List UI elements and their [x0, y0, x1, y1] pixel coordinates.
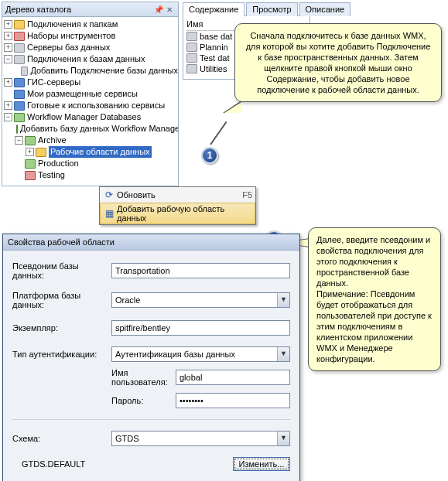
tree-node-my-hosted[interactable]: Мои размещенные сервисы [4, 88, 178, 100]
chevron-down-icon[interactable]: ▼ [277, 347, 289, 361]
password-field[interactable] [176, 393, 290, 408]
close-icon[interactable]: ✕ [164, 4, 175, 15]
ctx-add-workspace[interactable]: ▦ Добавить рабочую область данных [100, 203, 255, 224]
divider [12, 419, 290, 420]
callout-pointer-1 [223, 101, 241, 113]
step-badge-1: 1 [201, 147, 218, 164]
catalog-title-bar: Дерево каталога 📌 ✕ [2, 2, 178, 17]
tree-node-db-servers[interactable]: +Серверы баз данных [4, 42, 178, 53]
alias-field[interactable] [111, 263, 290, 278]
refresh-icon: ⟳ [101, 189, 117, 201]
tab-description[interactable]: Описание [299, 2, 351, 16]
label-alias: Псевдоним базы данных: [12, 261, 111, 280]
context-menu: ⟳ Обновить F5 ▦ Добавить рабочую область… [99, 186, 256, 225]
tree-node-production[interactable]: Production [4, 158, 178, 169]
schema-default-text: GTDS.DEFAULT [22, 459, 233, 469]
instance-field[interactable] [111, 320, 290, 336]
tree-node-testing[interactable]: Testing [4, 169, 178, 181]
add-workspace-icon: ▦ [101, 207, 117, 220]
callout-2: Далее, введите псевдоним и свойства подк… [308, 227, 441, 371]
tree-node-data-workspaces[interactable]: +Рабочие области данных [4, 146, 178, 158]
workspace-properties-dialog: Свойства рабочей области Псевдоним базы … [2, 234, 300, 481]
tab-contents[interactable]: Содержание [183, 2, 245, 16]
username-field[interactable] [176, 370, 290, 385]
tab-preview[interactable]: Просмотр [246, 2, 297, 16]
catalog-tree: +Подключения к папкам +Наборы инструмент… [2, 17, 178, 183]
tree-node-db-connections[interactable]: −Подключения к базам данных [4, 53, 178, 65]
chevron-down-icon[interactable]: ▼ [277, 293, 289, 307]
label-instance: Экземпляр: [12, 323, 111, 333]
callout-pointer-tail [210, 121, 227, 145]
auth-select[interactable]: Аутентификация базы данных ▼ [111, 346, 290, 362]
tree-node-add-db-conn[interactable]: Добавить Подключение базы данных [4, 65, 178, 77]
catalog-tree-panel: Дерево каталога 📌 ✕ +Подключения к папка… [2, 2, 179, 186]
tree-node-folder-connections[interactable]: +Подключения к папкам [4, 19, 178, 30]
tree-node-add-wmx-db[interactable]: Добавить базу данных Workflow Manager [4, 123, 178, 135]
label-password: Пароль: [111, 396, 176, 405]
tree-node-gis-servers[interactable]: +ГИС-серверы [4, 77, 178, 88]
edit-button[interactable]: Изменить... [233, 457, 290, 471]
pin-icon[interactable]: 📌 [153, 4, 164, 15]
label-schema: Схема: [12, 434, 111, 443]
chevron-down-icon[interactable]: ▼ [277, 432, 289, 445]
tree-node-ready-services[interactable]: +Готовые к использованию сервисы [4, 100, 178, 111]
tree-node-archive[interactable]: −Archive [4, 135, 178, 146]
label-platform: Платформа базы данных: [12, 291, 111, 309]
ctx-refresh[interactable]: ⟳ Обновить F5 [100, 187, 255, 203]
platform-select[interactable]: Oracle ▼ [111, 292, 290, 308]
tree-node-wmx-databases[interactable]: −Workflow Manager Databases [4, 111, 178, 123]
tabstrip: Содержание Просмотр Описание [183, 2, 310, 16]
label-auth: Тип аутентификации: [12, 350, 111, 359]
schema-select[interactable]: GTDS ▼ [111, 431, 290, 446]
catalog-title-text: Дерево каталога [5, 5, 71, 14]
tree-node-toolboxes[interactable]: +Наборы инструментов [4, 30, 178, 42]
dialog-title: Свойства рабочей области [3, 234, 299, 251]
label-username: Имя пользователя: [111, 368, 176, 387]
callout-1: Сначала подключитесь к базе данных WMX, … [234, 23, 442, 102]
